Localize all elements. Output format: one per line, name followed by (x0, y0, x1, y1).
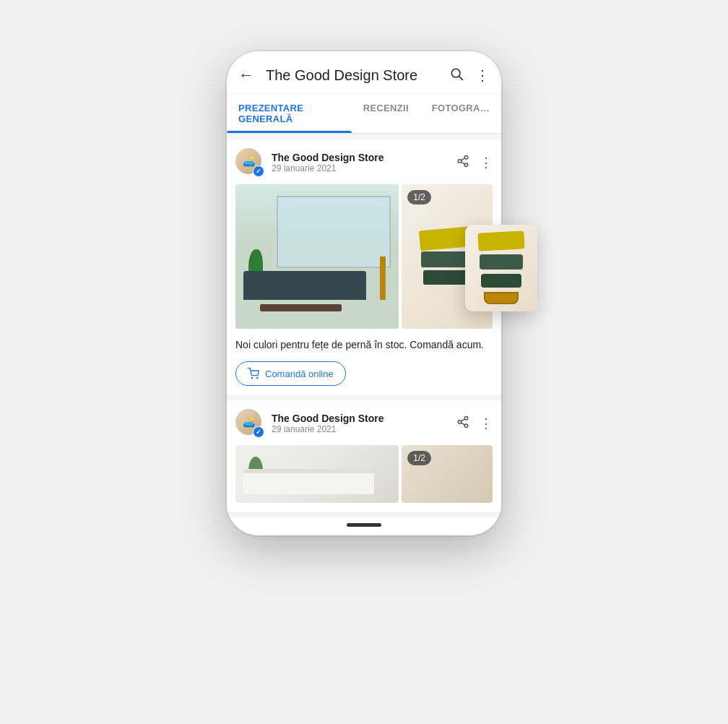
post-info-2: The Good Design Store 29 ianuarie 2021 (272, 413, 456, 434)
post-date-1: 29 ianuarie 2021 (272, 163, 456, 173)
svg-line-12 (461, 423, 464, 425)
image-counter-2: 1/2 (407, 451, 431, 465)
home-pill (347, 523, 381, 527)
tabs-bar: PREZENTARE GENERALĂ RECENZII FOTOGRA… (227, 94, 501, 134)
check-icon-2: ✓ (256, 428, 261, 436)
search-icon[interactable] (449, 66, 464, 85)
post-text-1: Noi culori pentru fețe de pernă în stoc.… (235, 337, 493, 353)
tab-reviews[interactable]: RECENZII (352, 94, 420, 133)
tab-photos[interactable]: FOTOGRA… (420, 94, 501, 133)
share-icon-2[interactable] (456, 415, 469, 432)
phone-frame: ← The Good Design Store ⋮ PREZENTARE GEN… (227, 51, 501, 535)
back-button[interactable]: ← (238, 66, 254, 85)
avatar-1: 🛋️ ✓ (235, 148, 264, 177)
post-header-1: 🛋️ ✓ The Good Design Store 29 ianuarie 2… (235, 148, 493, 177)
more-options-icon-2[interactable]: ⋮ (480, 415, 493, 432)
post-store-name-1: The Good Design Store (272, 152, 456, 163)
post-images-2: 1/2 (235, 445, 493, 503)
floating-image-card (465, 225, 537, 311)
svg-line-5 (461, 162, 464, 164)
page-title: The Good Design Store (266, 67, 449, 84)
check-icon: ✓ (256, 168, 261, 175)
verified-badge-1: ✓ (253, 165, 264, 177)
image-counter-1: 1/2 (407, 190, 431, 204)
svg-point-11 (464, 424, 468, 428)
order-button-label: Comandă online (265, 369, 334, 379)
svg-point-7 (251, 377, 252, 378)
svg-point-4 (464, 163, 468, 167)
post-card-2: 🛋️ ✓ The Good Design Store 29 ianuarie 2… (227, 400, 501, 512)
top-bar: ← The Good Design Store ⋮ (227, 51, 501, 94)
tab-overview[interactable]: PREZENTARE GENERALĂ (227, 94, 352, 133)
svg-line-6 (461, 158, 464, 160)
svg-line-1 (459, 76, 463, 79)
svg-point-8 (257, 377, 258, 378)
thumb-post-image-2: 1/2 (402, 445, 493, 503)
svg-point-2 (464, 155, 468, 159)
header-icons: ⋮ (449, 66, 490, 85)
verified-badge-2: ✓ (253, 426, 264, 438)
home-indicator (227, 517, 501, 535)
svg-point-10 (458, 420, 462, 423)
order-online-button[interactable]: Comandă online (235, 361, 346, 386)
post-store-name-2: The Good Design Store (272, 413, 456, 424)
more-options-icon-1[interactable]: ⋮ (480, 155, 493, 171)
avatar-2: 🛋️ ✓ (235, 409, 264, 438)
main-post-image-2 (235, 445, 399, 503)
post-actions-1: ⋮ (456, 155, 493, 171)
scroll-content[interactable]: 🛋️ ✓ The Good Design Store 29 ianuarie 2… (227, 134, 501, 517)
share-icon-1[interactable] (456, 155, 469, 171)
main-post-image-1 (235, 184, 399, 329)
more-options-icon[interactable]: ⋮ (475, 66, 490, 85)
post-actions-2: ⋮ (456, 415, 493, 432)
svg-point-3 (458, 159, 462, 163)
svg-point-9 (464, 416, 468, 420)
post-card-1: 🛋️ ✓ The Good Design Store 29 ianuarie 2… (227, 139, 501, 395)
post-header-2: 🛋️ ✓ The Good Design Store 29 ianuarie 2… (235, 409, 493, 438)
post-info-1: The Good Design Store 29 ianuarie 2021 (272, 152, 456, 173)
cart-icon (248, 368, 259, 379)
post-images-1: 1/2 (235, 184, 493, 329)
post-date-2: 29 ianuarie 2021 (272, 424, 456, 434)
svg-line-13 (461, 418, 464, 421)
